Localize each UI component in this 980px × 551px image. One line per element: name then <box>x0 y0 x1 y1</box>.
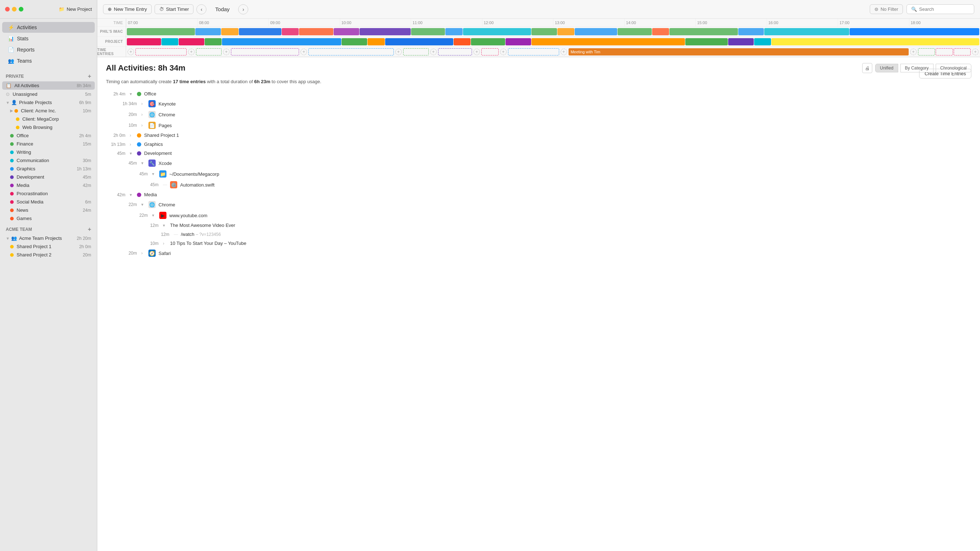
sidebar-item-games[interactable]: Games <box>0 214 97 222</box>
list-item[interactable]: 45m ▾ 🔧 Xcode <box>102 158 976 168</box>
add-entry-4[interactable]: + <box>301 49 307 55</box>
item-name: 10 Tips To Start Your Day – YouTube <box>170 241 973 246</box>
sidebar-item-teams[interactable]: 👥 Teams <box>2 56 95 66</box>
search-input[interactable] <box>919 6 970 12</box>
list-item[interactable]: 10m › 📄 Pages <box>102 120 976 131</box>
chevron-right-icon[interactable]: › <box>130 133 135 138</box>
sidebar-item-procrastination[interactable]: Procrastination <box>0 189 97 198</box>
development-badge: 45m <box>83 175 91 180</box>
list-item[interactable]: 10m › 10 Tips To Start Your Day – YouTub… <box>102 239 976 248</box>
sidebar-item-development[interactable]: Development 45m <box>0 173 97 181</box>
next-button[interactable]: › <box>238 4 248 14</box>
add-entry-10[interactable]: + <box>910 49 916 55</box>
procrastination-label: Procrastination <box>17 191 48 196</box>
chevron-right-icon[interactable]: › <box>141 112 146 117</box>
sidebar-item-communication[interactable]: Communication 30m <box>0 156 97 165</box>
chevron-right-icon[interactable]: › <box>130 142 135 147</box>
sidebar-item-news[interactable]: News 24m <box>0 206 97 214</box>
view-by-category-button[interactable]: By Category <box>900 64 934 72</box>
item-name: www.youtube.com <box>169 213 973 218</box>
list-item[interactable]: 45m ▾ Development <box>102 149 976 158</box>
chevron-right-icon[interactable]: › <box>141 101 146 106</box>
sidebar-item-web-browsing[interactable]: Web Browsing <box>0 123 97 132</box>
sidebar-item-social-media[interactable]: Social Media 6m <box>0 198 97 206</box>
list-item[interactable]: 12m — /watch – ?v=123456 <box>102 230 976 239</box>
list-item[interactable]: 42m ▾ Media <box>102 190 976 199</box>
sidebar-item-reports[interactable]: 📄 Reports <box>2 44 95 55</box>
add-entry-1[interactable]: + <box>127 49 134 55</box>
social-media-dot <box>10 200 14 204</box>
add-entry-6[interactable]: + <box>430 49 437 55</box>
list-item[interactable]: 22m ▾ ▶ www.youtube.com <box>102 210 976 221</box>
new-project-button[interactable]: 📁 New Project <box>59 6 92 12</box>
sidebar-item-shared-project-1[interactable]: Shared Project 1 2h 0m <box>0 242 97 251</box>
add-entry-5[interactable]: + <box>395 49 402 55</box>
chevron-right-icon[interactable]: › <box>163 241 168 246</box>
chevron-down-icon[interactable]: ▾ <box>130 151 135 156</box>
chevron-down-icon[interactable]: ▾ <box>152 171 157 176</box>
start-timer-button[interactable]: ⏱ Start Timer <box>154 4 194 14</box>
sidebar-item-media[interactable]: Media 42m <box>0 181 97 189</box>
acme-team-section-header: Acme Team + <box>0 222 97 234</box>
chevron-down-icon[interactable]: ▾ <box>141 202 146 207</box>
chevron-down-icon[interactable]: ▾ <box>130 92 135 97</box>
sidebar-item-all-activities[interactable]: 📋 All Activities 8h 34m <box>2 81 95 90</box>
chevron-right-icon[interactable]: › <box>141 251 146 256</box>
sidebar-item-client-megacorp[interactable]: Client: MegaCorp <box>0 115 97 123</box>
print-button[interactable]: 🖨 <box>862 63 872 73</box>
item-name: Office <box>144 91 973 97</box>
previous-button[interactable]: ‹ <box>196 4 207 14</box>
sidebar-item-unassigned[interactable]: ⊙ Unassigned 5m <box>0 90 97 98</box>
add-entry-7[interactable]: + <box>473 49 480 55</box>
sidebar-item-acme-team-projects[interactable]: ▼ 👥 Acme Team Projects 2h 20m <box>0 234 97 242</box>
time-entries-row[interactable]: + + + + + + + + + <box>126 47 980 57</box>
list-item[interactable]: 20m › 🌐 Chrome <box>102 109 976 120</box>
new-time-entry-button[interactable]: ⊕ New Time Entry <box>103 4 152 14</box>
search-box[interactable]: 🔍 <box>907 4 974 14</box>
chevron-down-icon[interactable]: ▾ <box>152 213 157 218</box>
no-filter-button[interactable]: ⊜ No Filter <box>870 4 903 14</box>
chevron-down-icon[interactable]: ▾ <box>130 192 135 197</box>
close-button[interactable] <box>5 7 10 11</box>
minimize-button[interactable] <box>12 7 17 11</box>
list-item[interactable]: 22m ▾ 🌐 Chrome <box>102 199 976 210</box>
graphics-item-dot <box>137 142 141 146</box>
sidebar-item-shared-project-2[interactable]: Shared Project 2 20m <box>0 251 97 259</box>
reports-label: Reports <box>17 47 35 52</box>
list-item[interactable]: 12m ▾ The Most Awesome Video Ever <box>102 221 976 230</box>
add-entry-8[interactable]: + <box>500 49 507 55</box>
view-unified-button[interactable]: Unified <box>875 64 898 72</box>
maximize-button[interactable] <box>19 7 24 11</box>
sidebar-item-writing[interactable]: Writing <box>0 148 97 156</box>
time-tick-16: 16:00 <box>767 19 838 26</box>
add-acme-team-button[interactable]: + <box>88 226 91 233</box>
acme-team-projects-badge: 2h 20m <box>77 236 91 241</box>
client-megacorp-label: Client: MegaCorp <box>22 116 59 122</box>
chevron-right-icon[interactable]: › <box>141 123 146 128</box>
view-chronological-button[interactable]: Chronological <box>936 64 971 72</box>
list-item[interactable]: 20m › 🧭 Safari <box>102 248 976 259</box>
add-entry-11[interactable]: + <box>972 49 978 55</box>
sidebar-item-office[interactable]: Office 2h 4m <box>0 132 97 140</box>
list-item[interactable]: 45m — ⚙️ Automation.swift <box>102 179 976 190</box>
sidebar-item-graphics[interactable]: Graphics 1h 13m <box>0 165 97 173</box>
list-item[interactable]: 2h 0m › Shared Project 1 <box>102 131 976 140</box>
list-item[interactable]: 45m ▾ 📁 ~/Documents/Megacorp <box>102 168 976 179</box>
finance-label: Finance <box>17 141 33 146</box>
chevron-down-icon[interactable]: ▾ <box>163 223 168 228</box>
sidebar-item-finance[interactable]: Finance 15m <box>0 140 97 148</box>
sidebar-item-stats[interactable]: 📊 Stats <box>2 33 95 44</box>
shared-project-1-badge: 2h 0m <box>79 244 91 249</box>
shared-project-1-dot <box>10 245 14 248</box>
chevron-down-icon[interactable]: ▾ <box>141 160 146 166</box>
add-private-button[interactable]: + <box>88 73 91 79</box>
sidebar-item-client-acme[interactable]: ▶ Client: Acme Inc. 10m <box>0 106 97 115</box>
sidebar-item-activities[interactable]: ⚡ Activities <box>2 22 95 33</box>
list-item[interactable]: 1h 34m › 🎯 Keynote <box>102 98 976 109</box>
add-entry-2[interactable]: + <box>188 49 194 55</box>
list-item[interactable]: 2h 4m ▾ Office <box>102 89 976 98</box>
sidebar-item-private-projects[interactable]: ▼ 👤 Private Projects 6h 9m <box>0 98 97 106</box>
list-item[interactable]: 1h 13m › Graphics <box>102 140 976 149</box>
add-entry-9[interactable]: + <box>561 49 567 55</box>
add-entry-3[interactable]: + <box>223 49 229 55</box>
